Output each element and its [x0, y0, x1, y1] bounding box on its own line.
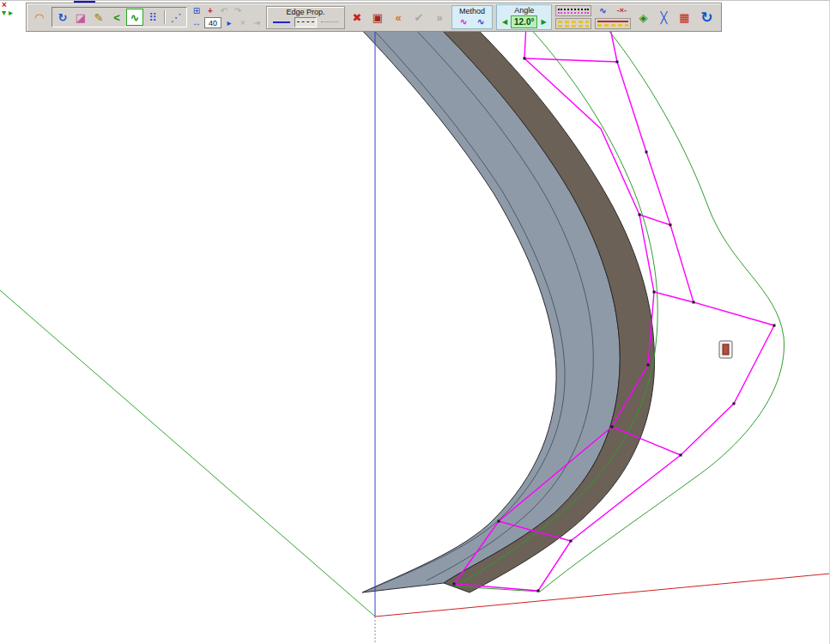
angle-increase-button[interactable]: ▶	[539, 18, 548, 26]
method-option-a-button[interactable]: ∿	[456, 16, 471, 27]
play-icon: ▸	[227, 19, 231, 27]
expand-icon[interactable]: ▸	[9, 9, 13, 16]
method-panel: Method ∿ ∿	[451, 5, 493, 29]
pencil-icon: ✎	[94, 12, 104, 23]
red-grid-icon: ▦	[679, 12, 689, 23]
cross-guides-icon: ╳	[661, 12, 668, 23]
yellow-dash-pattern-icon	[558, 25, 589, 27]
delete-result-button[interactable]: ✖	[348, 9, 366, 26]
redo-icon: ↷	[234, 7, 241, 15]
edge-prop-label: Edge Prop.	[286, 8, 324, 16]
green-axis	[0, 290, 375, 617]
undo-step-button[interactable]: ↶	[218, 6, 230, 16]
polyline-tool-button[interactable]: ∿	[126, 9, 143, 26]
angle-panel: Angle ◀ 12.0° ▶	[496, 4, 552, 30]
check-icon: ✔	[415, 12, 424, 23]
toolbar-separator	[164, 10, 165, 24]
dotted-line-icon	[321, 21, 338, 22]
width-arrow-icon: ↔	[192, 19, 201, 27]
line-style-dotted-button[interactable]	[318, 17, 341, 27]
paint-result-button[interactable]: ◈	[634, 9, 651, 26]
erase-guides-button[interactable]: ╳	[655, 9, 672, 26]
line-style-solid-button[interactable]	[270, 17, 293, 27]
skip-step-button[interactable]: ⇥	[251, 18, 263, 28]
rotate-icon: ↻	[58, 12, 68, 23]
frame-icon: ⊞	[193, 7, 200, 15]
main-toolbar: ◠ ↻ ◪ ✎ < ∿ ⠿ ⋰ ⊞ +	[26, 3, 722, 32]
bezier-curve-tool-button[interactable]: ◠	[31, 9, 48, 26]
confirm-button[interactable]: ✔	[410, 9, 427, 26]
selection-pattern-button[interactable]	[595, 18, 631, 29]
window-title-underline	[74, 0, 95, 3]
draw-tools-group: ↻ ◪ ✎ < ∿ ⠿ ⋰	[51, 7, 187, 27]
less-than-icon: <	[113, 12, 120, 23]
angle-tool-button[interactable]: <	[108, 9, 125, 26]
delete-icon: ✖	[353, 12, 362, 23]
grid-options-button[interactable]: ▦	[676, 9, 693, 26]
red-line-pattern-icon	[597, 21, 628, 22]
method-button[interactable]: Method	[459, 7, 485, 15]
make-component-button[interactable]: ▣	[369, 9, 386, 26]
mini-toolbar: × ▾ ▸	[2, 1, 13, 16]
rotate-tool-button[interactable]: ↻	[54, 9, 71, 26]
paint-icon: ◈	[639, 12, 647, 23]
redo-all-icon: »	[436, 12, 442, 23]
spline-nodes-button[interactable]: ∿	[595, 5, 610, 16]
angle-decrease-button[interactable]: ◀	[500, 18, 509, 26]
tool-cursor-icon	[719, 341, 732, 358]
undo-all-icon: «	[395, 12, 401, 23]
dot-grid-tool-button[interactable]: ⠿	[144, 9, 161, 26]
remove-node-icon: -×-	[617, 7, 627, 15]
spline-nodes-icon: ∿	[599, 6, 607, 15]
polyline-icon: ∿	[130, 12, 140, 23]
tab-arrow-icon: ⇥	[253, 19, 260, 27]
dot-grid-icon: ⠿	[148, 12, 157, 23]
method-option-b-button[interactable]: ∿	[473, 16, 488, 27]
hatch-pattern-button[interactable]	[555, 18, 591, 29]
remove-node-button[interactable]: -×-	[612, 5, 631, 16]
diagonal-divide-tool-button[interactable]: ⋰	[167, 9, 185, 26]
main-plugin-button[interactable]: ↻	[696, 8, 717, 27]
transform-tools-group: ⊞ + ↶ ↷ ↔ 40 ▸ × ⇥	[191, 6, 263, 28]
line-style-dashed-button[interactable]	[294, 17, 317, 27]
main-rotate-icon: ↻	[700, 9, 712, 26]
diagonal-dots-icon: ⋰	[171, 12, 182, 23]
node-tools-group: ∿ -×-	[595, 5, 631, 29]
angle-label: Angle	[514, 6, 534, 15]
solid-line-icon	[273, 21, 290, 23]
dashed-line-icon	[297, 21, 314, 22]
eraser-icon: ◪	[76, 12, 86, 23]
contour-pattern-button[interactable]	[555, 5, 591, 16]
small-close-icon: ×	[240, 19, 245, 27]
cancel-step-button[interactable]: ×	[237, 18, 249, 28]
model-canvas[interactable]	[0, 0, 830, 644]
component-box-icon: ▣	[373, 12, 383, 23]
curve-method-b-icon: ∿	[476, 17, 484, 27]
yellow-dash-pattern-icon	[558, 21, 589, 23]
curve-method-a-icon: ∿	[459, 17, 467, 27]
eraser-tool-button[interactable]: ◪	[72, 9, 89, 26]
pattern-buttons-group	[555, 5, 591, 29]
yellow-dash-pattern-icon	[597, 24, 628, 27]
segments-value[interactable]: 40	[204, 17, 221, 28]
move-cross-icon: +	[208, 7, 213, 15]
collapse-icon[interactable]: ▾	[2, 9, 6, 16]
move-tool-button[interactable]: +	[204, 6, 216, 16]
play-tool-button[interactable]: ▸	[223, 18, 235, 28]
redo-all-button[interactable]: »	[431, 9, 448, 26]
width-tool-button[interactable]: ↔	[191, 18, 203, 28]
redo-step-button[interactable]: ↷	[232, 6, 244, 16]
bezier-curve-icon: ◠	[35, 12, 44, 23]
pencil-tool-button[interactable]: ✎	[90, 9, 107, 26]
edge-prop-panel: Edge Prop.	[266, 6, 345, 29]
magenta-dots-pattern-icon	[558, 12, 589, 14]
angle-value: 12.0°	[511, 15, 537, 28]
undo-icon: ↶	[221, 7, 227, 15]
undo-all-button[interactable]: «	[390, 9, 407, 26]
black-dots-pattern-icon	[558, 9, 589, 10]
frame-tool-button[interactable]: ⊞	[191, 6, 203, 16]
